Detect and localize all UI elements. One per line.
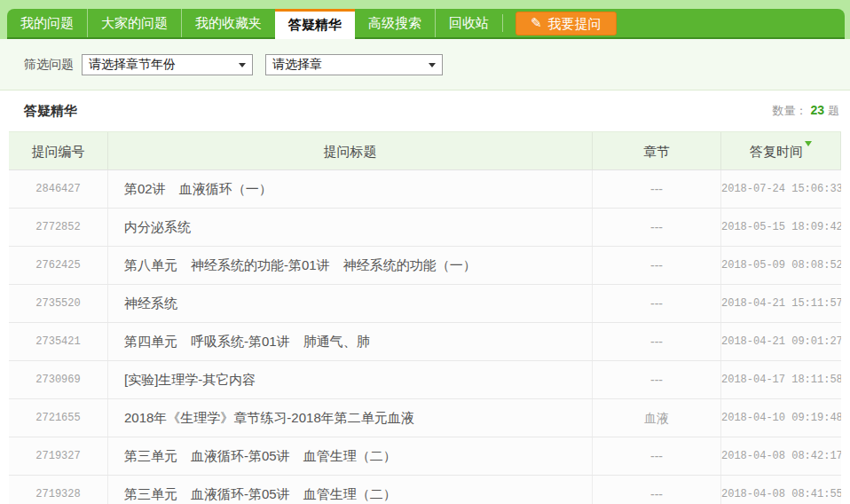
table-row: 2719328 第三单元 血液循环-第05讲 血管生理（二） --- 2018-… [9, 476, 841, 504]
answer-time-cell: 2018-07-24 15:06:33 [721, 170, 841, 208]
pencil-icon: ✎ [531, 16, 542, 29]
nav-tab[interactable]: 我的问题 [7, 9, 87, 37]
chapter-cell: --- [593, 209, 721, 246]
question-id-cell: 2721655 [9, 399, 108, 437]
question-id-cell: 2719327 [9, 437, 108, 475]
table-row: 2846427 第02讲 血液循环（一） --- 2018-07-24 15:0… [9, 170, 841, 209]
table-row: 2735421 第四单元 呼吸系统-第01讲 肺通气、肺 --- 2018-04… [9, 323, 841, 361]
chapter-cell: --- [593, 476, 721, 504]
chapter-year-select-value: 请选择章节年份 [89, 57, 176, 73]
table-row: 2772852 内分泌系统 --- 2018-05-15 18:09:42 [9, 209, 841, 247]
sort-desc-icon[interactable] [805, 141, 812, 150]
table-row: 2719327 第三单元 血液循环-第05讲 血管生理（二） --- 2018-… [9, 437, 841, 476]
question-title-link[interactable]: 2018年《生理学》章节练习-2018年第二单元血液 [108, 399, 593, 437]
filter-bar: 筛选问题 请选择章节年份 请选择章 [0, 39, 850, 91]
result-count: 数量：23题 [772, 103, 839, 119]
chapter-cell: --- [593, 170, 721, 208]
answer-time-cell: 2018-05-09 08:08:52 [721, 247, 841, 284]
table-row: 2730969 [实验]生理学-其它内容 --- 2018-04-17 18:1… [9, 361, 841, 399]
chapter-cell: --- [593, 361, 721, 398]
chapter-cell: --- [593, 285, 721, 322]
page-title: 答疑精华 [24, 103, 77, 120]
question-title-link[interactable]: 第三单元 血液循环-第05讲 血管生理（二） [108, 476, 593, 504]
nav-tab[interactable]: 高级搜索 [355, 9, 435, 37]
question-id-cell: 2735421 [9, 323, 108, 360]
question-id-cell: 2730969 [9, 361, 108, 398]
question-id-cell: 2735520 [9, 285, 108, 322]
chapter-select[interactable]: 请选择章 [265, 54, 443, 75]
nav-divider [502, 14, 503, 32]
table-header-cell: 提问编号 [9, 132, 108, 169]
top-nav: 我的问题 大家的问题 我的收藏夹 答疑精华 高级搜索 回收站 ✎ 我要提问 [7, 9, 845, 39]
table-header-row: 提问编号 提问标题 章节 答复时间 [9, 131, 841, 170]
answer-time-cell: 2018-04-08 08:42:17 [721, 437, 841, 475]
table-row: 2721655 2018年《生理学》章节练习-2018年第二单元血液 血液 20… [9, 399, 841, 437]
answer-time-cell: 2018-04-17 18:11:58 [721, 361, 841, 398]
nav-tab[interactable]: 回收站 [435, 9, 502, 37]
question-title-link[interactable]: 内分泌系统 [108, 209, 593, 246]
nav-tab[interactable]: 大家的问题 [87, 9, 181, 37]
count-label: 数量： [772, 104, 807, 117]
results-table: 提问编号 提问标题 章节 答复时间 2846427 第02讲 血液循环（一） -… [9, 131, 841, 504]
section-header: 答疑精华 数量：23题 [0, 91, 850, 131]
question-title-link[interactable]: 第02讲 血液循环（一） [108, 170, 593, 208]
table-header-cell: 章节 [593, 132, 721, 169]
count-value: 23 [810, 103, 824, 117]
answer-time-cell: 2018-04-10 09:19:48 [721, 399, 841, 437]
nav-tab[interactable]: 我的收藏夹 [181, 9, 275, 37]
question-id-cell: 2772852 [9, 209, 108, 246]
table-header-cell: 答复时间 [721, 132, 841, 169]
question-id-cell: 2762425 [9, 247, 108, 284]
table-row: 2762425 第八单元 神经系统的功能-第01讲 神经系统的功能（一） ---… [9, 247, 841, 285]
chapter-cell: 血液 [593, 399, 721, 437]
chevron-down-icon [239, 63, 246, 71]
question-id-cell: 2846427 [9, 170, 108, 208]
table-header-cell: 提问标题 [108, 132, 593, 169]
question-title-link[interactable]: [实验]生理学-其它内容 [108, 361, 593, 398]
chapter-cell: --- [593, 437, 721, 475]
question-title-link[interactable]: 第四单元 呼吸系统-第01讲 肺通气、肺 [108, 323, 593, 360]
question-title-link[interactable]: 第三单元 血液循环-第05讲 血管生理（二） [108, 437, 593, 475]
question-title-link[interactable]: 神经系统 [108, 285, 593, 322]
table-row: 2735520 神经系统 --- 2018-04-21 15:11:57 [9, 285, 841, 323]
chapter-year-select[interactable]: 请选择章节年份 [82, 54, 253, 75]
question-id-cell: 2719328 [9, 476, 108, 504]
top-nav-frame: 我的问题 大家的问题 我的收藏夹 答疑精华 高级搜索 回收站 ✎ 我要提问 [0, 0, 850, 39]
answer-time-cell: 2018-04-21 09:01:27 [721, 323, 841, 360]
table-header-label: 提问编号 [32, 144, 85, 159]
table-header-label: 提问标题 [324, 144, 377, 159]
chapter-cell: --- [593, 247, 721, 284]
answer-time-cell: 2018-04-08 08:41:55 [721, 476, 841, 504]
chevron-down-icon [429, 63, 436, 71]
chapter-cell: --- [593, 323, 721, 360]
table-header-label: 章节 [643, 144, 670, 159]
question-title-link[interactable]: 第八单元 神经系统的功能-第01讲 神经系统的功能（一） [108, 247, 593, 284]
ask-question-button[interactable]: ✎ 我要提问 [516, 12, 617, 35]
answer-time-cell: 2018-04-21 15:11:57 [721, 285, 841, 322]
answer-time-cell: 2018-05-15 18:09:42 [721, 209, 841, 246]
ask-question-label: 我要提问 [548, 12, 602, 35]
table-header-label: 答复时间 [750, 144, 803, 159]
nav-tab[interactable]: 答疑精华 [275, 9, 355, 39]
count-unit: 题 [828, 104, 839, 117]
chapter-select-value: 请选择章 [272, 57, 322, 73]
filter-label: 筛选问题 [24, 57, 74, 73]
